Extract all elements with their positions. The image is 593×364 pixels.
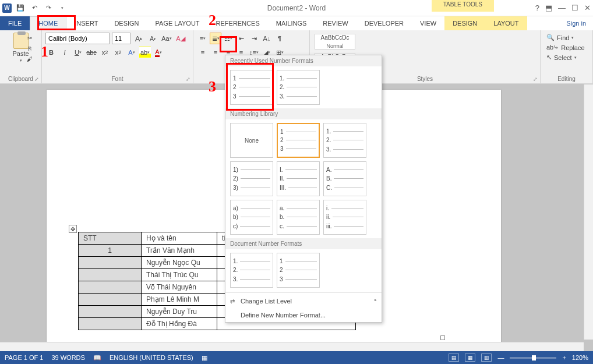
help-button[interactable]: ? [535,3,539,12]
tab-file[interactable]: FILE [0,16,30,30]
tab-references[interactable]: REFERENCES [208,16,268,30]
find-button[interactable]: 🔍Find▾ [544,33,589,43]
subscript-button[interactable]: x2 [99,47,111,58]
vertical-scrollbar[interactable] [584,84,593,340]
view-read-mode[interactable]: ▤ [449,354,459,362]
gallery-item-alpha-lower-dot[interactable]: a. b. c. [277,200,320,235]
gallery-header-document: Document Number Formats [225,238,382,249]
tab-page-layout[interactable]: PAGE LAYOUT [147,16,208,30]
view-print-layout[interactable]: ▦ [465,354,475,362]
zoom-level[interactable]: 120% [572,354,588,361]
change-case-button[interactable]: Aa▾ [161,33,172,44]
ribbon-display-button[interactable]: ⬒ [545,3,552,12]
qat-redo-icon[interactable]: ↷ [43,3,54,13]
show-marks-button[interactable]: ¶ [274,33,285,44]
table-move-handle[interactable]: ✥ [69,225,77,233]
gallery-item-roman-lower[interactable]: i. ii. iii. [323,200,366,235]
clear-formatting-button[interactable]: A◢ [175,33,186,44]
styles-dialog-launcher[interactable]: ⤢ [533,76,538,82]
increase-indent-button[interactable]: ⇥ [248,33,260,44]
qat-undo-icon[interactable]: ↶ [29,3,40,13]
zoom-out-button[interactable]: — [497,354,504,361]
font-name-combo[interactable] [45,33,110,44]
status-spellcheck-icon[interactable]: 📖 [93,354,101,362]
select-button[interactable]: ↖Select▾ [544,52,589,62]
group-label-font: Font [42,76,193,82]
copy-icon[interactable]: ⎘ [24,44,35,52]
ribbon-tabs: FILE HOME INSERT DESIGN PAGE LAYOUT REFE… [0,16,593,30]
annotation-box-1 [37,15,76,30]
zoom-slider[interactable] [510,357,556,359]
tab-developer[interactable]: DEVELOPER [356,16,412,30]
gallery-cmd-change-level[interactable]: Change List Level▸ [225,294,382,308]
tab-mailings[interactable]: MAILINGS [268,16,315,30]
document-title: Document2 - Word [267,4,326,12]
annotation-3: 3 [209,78,216,96]
minimize-button[interactable]: — [558,3,566,12]
shrink-font-button[interactable]: A▾ [147,33,158,44]
gallery-item-alpha-lower-paren[interactable]: a) b) c) [230,200,273,235]
bullets-button[interactable]: ≡▾ [197,33,209,44]
annotation-1: 1 [41,43,48,61]
cut-icon[interactable]: ✂ [24,34,35,42]
horizontal-scrollbar[interactable] [0,342,584,351]
group-clipboard: Paste ▾ ✂ ⎘ 🖌 Clipboard ⤢ [0,30,42,83]
gallery-item-doc-2[interactable]: 1 2 3 [277,253,320,288]
status-words[interactable]: 39 WORDS [51,354,84,361]
status-macro-icon[interactable]: ▦ [202,354,207,362]
gallery-item-recent-2[interactable]: 1. 2. 3. [277,70,320,105]
maximize-button[interactable]: ☐ [571,3,578,12]
format-painter-icon[interactable]: 🖌 [24,55,35,63]
font-color-button[interactable]: A▾ [153,47,164,58]
strikethrough-button[interactable]: abc [86,47,97,58]
quick-access-toolbar: W 💾 ↶ ↷ ▾ [0,3,68,13]
status-page[interactable]: PAGE 1 OF 1 [5,354,43,361]
status-language[interactable]: ENGLISH (UNITED STATES) [110,354,193,361]
cell-header-stt[interactable]: STT [79,232,142,245]
tab-view[interactable]: VIEW [412,16,444,30]
tab-table-design[interactable]: DESIGN [444,16,485,30]
gallery-item-roman-upper[interactable]: I. II. III. [277,161,320,196]
gallery-cmd-define-new[interactable]: Define New Number Format... [225,308,382,322]
gallery-item-decimal-dot[interactable]: 1. 2. 3. [323,123,366,158]
align-left-button[interactable]: ≡ [197,47,209,58]
qat-customize-icon[interactable]: ▾ [57,3,68,13]
underline-button[interactable]: U▾ [72,47,84,58]
style-normal[interactable]: AaBbCcDcNormal [315,34,355,50]
sign-in-link[interactable]: Sign in [566,16,593,30]
grow-font-button[interactable]: A▴ [133,33,144,44]
gallery-item-alpha-upper[interactable]: A. B. C. [323,161,366,196]
gallery-item-none[interactable]: None [230,123,273,158]
clipboard-dialog-launcher[interactable]: ⤢ [34,76,39,82]
table-resize-handle[interactable] [440,335,445,340]
annotation-box-3 [226,63,274,111]
close-button[interactable]: ✕ [584,3,591,12]
zoom-in-button[interactable]: + [562,354,566,361]
group-editing: 🔍Find▾ ab⤷Replace ↖Select▾ Editing [541,30,593,83]
superscript-button[interactable]: x2 [112,47,124,58]
replace-button[interactable]: ab⤷Replace [544,43,589,52]
find-icon: 🔍 [546,34,555,41]
font-size-combo[interactable] [112,33,130,44]
group-font: A▴ A▾ Aa▾ A◢ B I U▾ abc x2 x2 A▾ ab▾ A▾ … [42,30,193,83]
group-label-editing: Editing [541,76,592,82]
tab-review[interactable]: REVIEW [315,16,356,30]
highlight-button[interactable]: ab▾ [139,47,151,58]
qat-save-icon[interactable]: 💾 [15,3,26,13]
tab-table-layout[interactable]: LAYOUT [485,16,527,30]
italic-button[interactable]: I [59,47,70,58]
font-dialog-launcher[interactable]: ⤢ [186,76,190,82]
gallery-item-decimal-paren[interactable]: 1) 2) 3) [230,161,273,196]
tab-design[interactable]: DESIGN [106,16,147,30]
window-controls: ? ⬒ — ☐ ✕ [535,3,591,12]
decrease-indent-button[interactable]: ⇤ [235,33,247,44]
gallery-item-doc-1[interactable]: 1. 2. 3. [230,253,273,288]
sort-button[interactable]: A↓ [261,33,273,44]
chevron-down-icon: ▾ [20,58,22,63]
status-bar: PAGE 1 OF 1 39 WORDS 📖 ENGLISH (UNITED S… [0,351,593,364]
view-web-layout[interactable]: ▥ [481,354,492,362]
select-icon: ↖ [546,54,552,61]
gallery-item-decimal[interactable]: 1 2 3 [277,123,320,158]
cell-header-name[interactable]: Họ và tên [142,232,217,245]
text-effects-button[interactable]: A▾ [126,47,137,58]
